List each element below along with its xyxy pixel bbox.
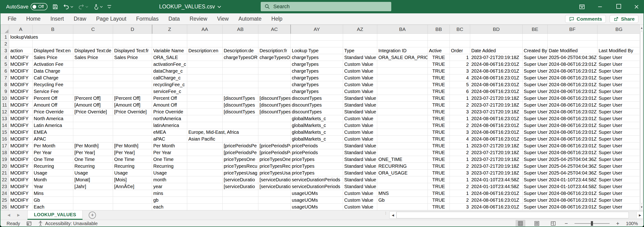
cell-BD20[interactable]: 2023-07-21T20:19:18Z: [470, 163, 522, 170]
cell-BF16[interactable]: 2024-08-06T16:23:01Z: [548, 136, 598, 142]
cell-A11[interactable]: MODIFY: [9, 102, 32, 108]
cell-BF10[interactable]: 2024-08-06T16:23:01Z: [548, 95, 598, 102]
cell-BC1[interactable]: [450, 34, 470, 41]
cell-AC6[interactable]: [258, 68, 291, 75]
search-input[interactable]: Search: [261, 2, 391, 11]
cell-AY2[interactable]: [291, 41, 343, 47]
cell-AY23[interactable]: serviceDurationPeriods: [291, 183, 343, 190]
cell-Z13[interactable]: northAmerica: [152, 115, 187, 122]
cell-D17[interactable]: [Per Month]: [113, 142, 152, 149]
cell-BB17[interactable]: TRUE: [428, 142, 450, 149]
cell-AC20[interactable]: priceTypesRecu: [258, 163, 291, 170]
cell-AY22[interactable]: serviceDurationPeriods: [291, 176, 343, 183]
cell-BC25[interactable]: 2: [450, 197, 470, 203]
vertical-scrollbar[interactable]: ▲ ▼: [640, 25, 644, 210]
cell-BE4[interactable]: Super User: [522, 54, 548, 61]
row-header-25[interactable]: 25: [1, 197, 9, 203]
scroll-down-icon[interactable]: ▼: [640, 204, 644, 210]
row-header-1[interactable]: 1: [1, 34, 9, 41]
cell-AZ12[interactable]: Standard Value: [343, 108, 377, 115]
cell-BF2[interactable]: [548, 41, 598, 47]
cell-AA26[interactable]: [187, 203, 222, 210]
cell-BG4[interactable]: Super User: [598, 54, 640, 61]
cell-BD18[interactable]: 2023-07-21T20:19:18Z: [470, 149, 522, 156]
cell-BE2[interactable]: [522, 41, 548, 47]
cell-Z17[interactable]: Per Month: [152, 142, 187, 149]
cell-BE5[interactable]: Super User: [522, 61, 548, 68]
cell-BE7[interactable]: Super User: [522, 75, 548, 81]
accessibility-status[interactable]: Accessibility: Unavailable: [38, 221, 98, 226]
cell-AZ24[interactable]: Custom Value: [343, 190, 377, 197]
cell-BB9[interactable]: TRUE: [428, 88, 450, 95]
cell-AY21[interactable]: priceTypes: [291, 170, 343, 176]
cell-AA11[interactable]: [187, 102, 222, 108]
cell-BF25[interactable]: 2024-08-06T16:23:01Z: [548, 197, 598, 203]
cell-BB25[interactable]: TRUE: [428, 197, 450, 203]
cell-Z3[interactable]: Variable Name: [152, 47, 187, 54]
cell-AB10[interactable]: [discountTypes: [222, 95, 258, 102]
cell-BA7[interactable]: [377, 75, 428, 81]
cell-BD1[interactable]: [470, 34, 522, 41]
cell-D13[interactable]: [113, 115, 152, 122]
cell-BF24[interactable]: 2024-08-06T16:23:01Z: [548, 190, 598, 197]
cell-AB11[interactable]: [discountTypes: [222, 102, 258, 108]
cell-AY12[interactable]: discountTypes: [291, 108, 343, 115]
row-header-8[interactable]: 8: [1, 81, 9, 88]
cell-BG24[interactable]: Super User: [598, 190, 640, 197]
cell-BA23[interactable]: [377, 183, 428, 190]
cell-C4[interactable]: Sales Price: [73, 54, 113, 61]
cell-C14[interactable]: [73, 122, 113, 129]
cell-Z14[interactable]: latinAmerica: [152, 122, 187, 129]
cell-BB2[interactable]: [428, 41, 450, 47]
cell-BA22[interactable]: [377, 176, 428, 183]
cell-B17[interactable]: Per Month: [32, 142, 73, 149]
cell-BA12[interactable]: [377, 108, 428, 115]
cell-BF17[interactable]: 2024-08-06T16:23:01Z: [548, 142, 598, 149]
row-header-14[interactable]: 14: [1, 122, 9, 129]
cell-B12[interactable]: Price Override: [32, 108, 73, 115]
column-header-AA[interactable]: AA: [187, 25, 222, 34]
cell-BC13[interactable]: 1: [450, 115, 470, 122]
cell-BG21[interactable]: Super User: [598, 170, 640, 176]
cell-BG17[interactable]: Super User: [598, 142, 640, 149]
cell-Z18[interactable]: Per Year: [152, 149, 187, 156]
cell-BF13[interactable]: 2024-08-06T16:23:01Z: [548, 115, 598, 122]
cell-AY18[interactable]: pricePeriods: [291, 149, 343, 156]
column-header-BG[interactable]: BG: [598, 25, 640, 34]
cell-AY7[interactable]: chargeTypes: [291, 75, 343, 81]
cell-BG22[interactable]: Super User: [598, 176, 640, 183]
maximize-button[interactable]: [616, 4, 622, 10]
cell-B14[interactable]: Latin America: [32, 122, 73, 129]
cell-Z23[interactable]: year: [152, 183, 187, 190]
cell-B3[interactable]: Displayed Text:en: [32, 47, 73, 54]
cell-BB19[interactable]: TRUE: [428, 156, 450, 163]
cell-BF1[interactable]: [548, 34, 598, 41]
cell-AZ4[interactable]: Standard Value: [343, 54, 377, 61]
cell-AY20[interactable]: priceTypes: [291, 163, 343, 170]
close-button[interactable]: [634, 4, 640, 10]
cell-AY11[interactable]: discountTypes: [291, 102, 343, 108]
cell-B8[interactable]: Recycling Fee: [32, 81, 73, 88]
cell-A3[interactable]: action: [9, 47, 32, 54]
cell-BC3[interactable]: Order: [450, 47, 470, 54]
cell-AB19[interactable]: priceTypesOne: [222, 156, 258, 163]
cell-BE18[interactable]: Super User: [522, 149, 548, 156]
cell-BE12[interactable]: Super User: [522, 108, 548, 115]
minimize-button[interactable]: [597, 4, 604, 10]
cell-BF15[interactable]: 2024-08-06T16:23:01Z: [548, 129, 598, 136]
cell-D25[interactable]: [113, 197, 152, 203]
cell-BD15[interactable]: 2024-08-06T16:23:01Z: [470, 129, 522, 136]
cell-BC11[interactable]: 2: [450, 102, 470, 108]
touch-mode-button[interactable]: [93, 4, 103, 10]
cell-BB21[interactable]: TRUE: [428, 170, 450, 176]
cell-AB7[interactable]: [222, 75, 258, 81]
cell-AZ20[interactable]: Standard Value: [343, 163, 377, 170]
cell-AB12[interactable]: [discountTypes: [222, 108, 258, 115]
cell-A9[interactable]: MODIFY: [9, 88, 32, 95]
cell-AA17[interactable]: [187, 142, 222, 149]
cell-AA21[interactable]: [187, 170, 222, 176]
cell-BG10[interactable]: Super User: [598, 95, 640, 102]
cell-BB15[interactable]: TRUE: [428, 129, 450, 136]
cell-BD14[interactable]: 2024-08-06T16:23:01Z: [470, 122, 522, 129]
column-header-BA[interactable]: BA: [377, 25, 428, 34]
